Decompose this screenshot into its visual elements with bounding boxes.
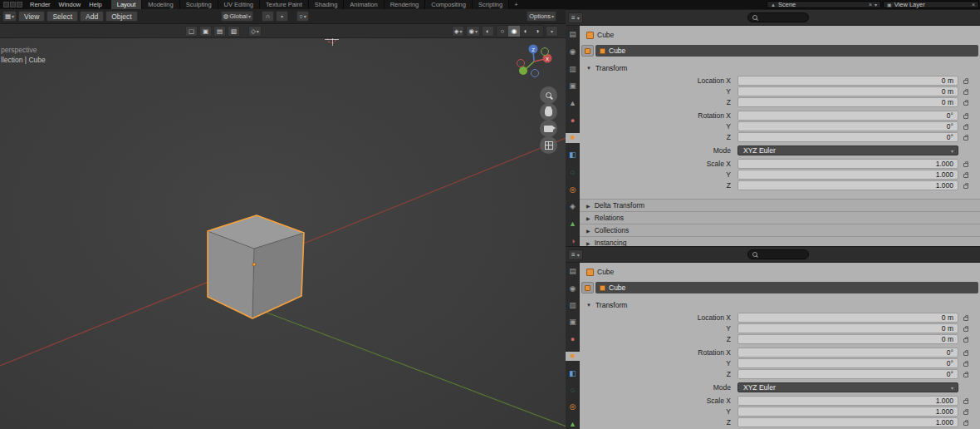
- object-name-field[interactable]: Cube: [595, 282, 978, 293]
- lock-icon[interactable]: [958, 78, 973, 84]
- tool-options-dropdown[interactable]: ◇ ▾: [248, 26, 262, 37]
- breadcrumb-object[interactable]: Cube: [597, 31, 614, 39]
- camera-view-button[interactable]: [540, 120, 557, 137]
- scale-z-field[interactable]: 1.000: [737, 417, 958, 427]
- properties-tab-object[interactable]: ■: [566, 133, 580, 143]
- rotation-x-field[interactable]: 0°: [737, 348, 958, 358]
- gizmo-x-neg-axis[interactable]: [517, 60, 525, 67]
- scale-y-field[interactable]: 1.000: [737, 170, 958, 180]
- proportional-editing-toggle[interactable]: ○ ▾: [296, 11, 309, 22]
- lock-icon[interactable]: [958, 350, 973, 356]
- menu-render[interactable]: Render: [26, 0, 55, 9]
- scale-x-field[interactable]: 1.000: [737, 396, 958, 406]
- lock-icon[interactable]: [958, 161, 973, 167]
- properties-tab-constraints[interactable]: ◈: [566, 202, 580, 212]
- lock-icon[interactable]: [958, 372, 973, 377]
- object-name-field[interactable]: Cube: [595, 45, 978, 57]
- workspace-tab-sculpting[interactable]: Sculpting: [180, 0, 218, 9]
- menu-select[interactable]: Select: [47, 11, 78, 22]
- workspace-tab-animation[interactable]: Animation: [344, 0, 384, 9]
- lock-icon[interactable]: [958, 398, 973, 404]
- properties-tab-tool[interactable]: ▤: [566, 30, 580, 40]
- select-mode-box-icon[interactable]: ▢: [185, 26, 198, 37]
- location-y-field[interactable]: 0 m: [737, 86, 958, 96]
- shading-settings-dropdown[interactable]: ▾: [546, 26, 558, 37]
- blender-logo-icon[interactable]: [0, 2, 26, 7]
- properties-search[interactable]: [747, 249, 809, 259]
- menu-help[interactable]: Help: [85, 0, 105, 9]
- location-z-field[interactable]: 0 m: [737, 97, 958, 107]
- section-relations[interactable]: ▶Relations: [580, 211, 980, 224]
- 3d-viewport[interactable]: ▦ ▾ View Select Add Object ◍ Global ▾ ∩ …: [0, 9, 566, 429]
- editor-type-selector[interactable]: ▦ ▾: [2, 11, 17, 22]
- workspace-tab-shading[interactable]: Shading: [309, 0, 345, 9]
- snap-settings-dropdown[interactable]: ▾: [276, 11, 288, 22]
- navigation-gizmo[interactable]: Z X: [513, 42, 555, 84]
- properties-tab-data[interactable]: ▲: [566, 219, 580, 229]
- scale-x-field[interactable]: 1.000: [737, 159, 958, 169]
- show-overlays-toggle[interactable]: ◉ ▾: [466, 26, 480, 37]
- lock-icon[interactable]: [958, 124, 973, 130]
- unlink-scene-icon[interactable]: ×: [869, 2, 872, 7]
- move-view-button[interactable]: [540, 103, 557, 121]
- lock-icon[interactable]: [958, 409, 973, 415]
- lock-icon[interactable]: [958, 89, 973, 95]
- gizmo-z-neg-axis[interactable]: [532, 70, 539, 77]
- section-collections[interactable]: ▶Collections: [580, 224, 980, 236]
- properties-tab-modifiers[interactable]: ◧: [566, 368, 580, 377]
- rotation-mode-dropdown[interactable]: XYZ Euler▾: [737, 145, 958, 155]
- rotation-mode-dropdown[interactable]: XYZ Euler▾: [737, 382, 958, 392]
- rotation-y-field[interactable]: 0°: [737, 358, 958, 368]
- properties-tab-view-layer[interactable]: ▣: [566, 81, 580, 91]
- properties-tab-tool[interactable]: ▤: [566, 267, 580, 276]
- workspace-tab-layout[interactable]: Layout: [111, 0, 143, 9]
- scale-z-field[interactable]: 1.000: [737, 180, 958, 190]
- show-gizmo-toggle[interactable]: ◈ ▾: [452, 26, 465, 37]
- properties-tab-physics[interactable]: ◎: [566, 185, 580, 195]
- properties-tab-data[interactable]: ▲: [566, 420, 580, 429]
- properties-tab-output[interactable]: ▥: [566, 301, 580, 310]
- location-z-field[interactable]: 0 m: [737, 334, 958, 344]
- scale-y-field[interactable]: 1.000: [737, 407, 958, 417]
- select-mode-lasso-icon[interactable]: ▤: [213, 26, 226, 37]
- menu-window[interactable]: Window: [55, 0, 86, 9]
- lock-icon[interactable]: [958, 420, 973, 426]
- lock-icon[interactable]: [958, 113, 973, 119]
- properties-search[interactable]: [747, 12, 809, 22]
- lock-icon[interactable]: [958, 183, 973, 189]
- workspace-tab-scripting[interactable]: Scripting: [473, 0, 509, 9]
- menu-add[interactable]: Add: [80, 11, 104, 22]
- rotation-z-field[interactable]: 0°: [737, 369, 958, 379]
- remove-view-layer-icon[interactable]: ×: [972, 2, 975, 7]
- object-type-button[interactable]: [581, 45, 594, 57]
- properties-tab-particles[interactable]: ◌: [566, 168, 580, 178]
- lock-icon[interactable]: [958, 315, 973, 321]
- properties-tab-world[interactable]: ●: [566, 335, 580, 344]
- section-delta-transform[interactable]: ▶Delta Transform: [580, 199, 980, 211]
- rotation-x-field[interactable]: 0°: [737, 111, 958, 121]
- snap-toggle[interactable]: ∩: [262, 11, 274, 22]
- scene-selector[interactable]: ▲ Scene × ▾: [767, 1, 881, 8]
- xray-toggle[interactable]: ◐: [482, 26, 494, 37]
- properties-tab-modifiers[interactable]: ◧: [566, 150, 580, 160]
- menu-object[interactable]: Object: [105, 11, 138, 22]
- rotation-z-field[interactable]: 0°: [737, 132, 958, 142]
- properties-tab-output[interactable]: ▥: [566, 64, 580, 74]
- location-x-field[interactable]: 0 m: [737, 313, 958, 323]
- view-layer-selector[interactable]: ▣ View Layer ×: [883, 1, 979, 8]
- lock-icon[interactable]: [958, 326, 973, 332]
- workspace-tab-compositing[interactable]: Compositing: [425, 0, 473, 9]
- gizmo-y-neg-axis[interactable]: [541, 48, 549, 56]
- location-x-field[interactable]: 0 m: [737, 76, 958, 86]
- transform-panel-header[interactable]: ▼ Transform: [580, 61, 980, 76]
- rotation-y-field[interactable]: 0°: [737, 121, 958, 131]
- properties-tab-material[interactable]: ◑: [566, 236, 580, 246]
- cube-object[interactable]: [208, 215, 304, 318]
- toggle-perspective-button[interactable]: [540, 136, 557, 154]
- workspace-tab-modeling[interactable]: Modeling: [142, 0, 179, 9]
- options-dropdown[interactable]: Options ▾: [527, 11, 556, 22]
- section-instancing[interactable]: ▶Instancing: [580, 236, 980, 246]
- lock-icon[interactable]: [958, 100, 973, 106]
- location-y-field[interactable]: 0 m: [737, 323, 958, 333]
- menu-view[interactable]: View: [18, 11, 45, 22]
